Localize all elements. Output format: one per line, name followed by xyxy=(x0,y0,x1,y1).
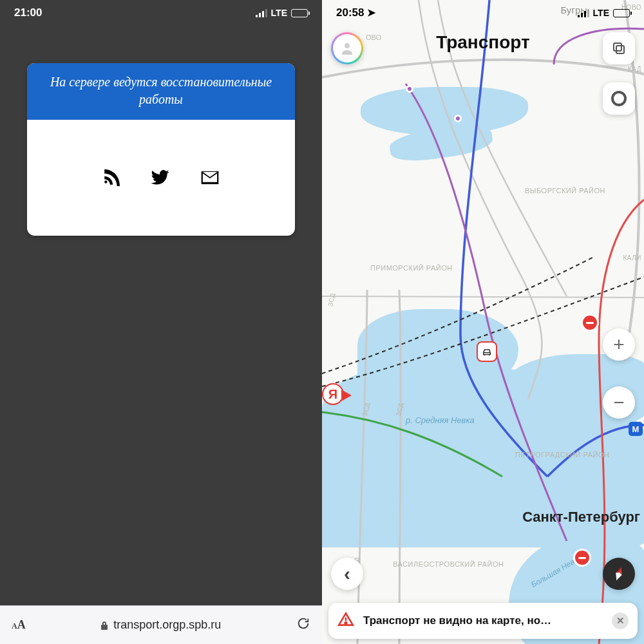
map-river-label: р. Средняя Невка xyxy=(406,415,475,425)
social-icons-row xyxy=(27,120,295,236)
map-district-label: ПЕТРОГРАДСКИЙ РАЙОН xyxy=(515,451,609,459)
metro-station-icon[interactable]: М xyxy=(629,422,643,436)
reload-button[interactable] xyxy=(296,616,310,634)
warning-icon xyxy=(337,611,354,631)
battery-icon xyxy=(291,9,308,17)
svg-point-8 xyxy=(345,622,347,624)
lock-icon xyxy=(100,621,108,630)
yandex-marker[interactable]: Я xyxy=(322,383,348,409)
compass-icon xyxy=(608,563,629,584)
search-mode-button[interactable] xyxy=(603,82,635,115)
layers-icon xyxy=(611,41,627,56)
url-text: transport.orgp.spb.ru xyxy=(113,618,221,632)
address-bar[interactable]: transport.orgp.spb.ru xyxy=(26,618,296,632)
twitter-icon[interactable] xyxy=(151,170,170,185)
location-icon: ➤ xyxy=(367,7,375,18)
compass-button[interactable] xyxy=(603,558,635,590)
zoom-in-button[interactable]: + xyxy=(603,328,635,361)
mail-icon[interactable] xyxy=(201,171,219,184)
text-size-button[interactable]: AA xyxy=(12,618,26,632)
profile-button[interactable] xyxy=(331,32,363,64)
status-bar: 20:58 ➤ LTE xyxy=(322,0,644,26)
metro-station-dot[interactable] xyxy=(406,85,413,93)
browser-screen: 21:00 LTE На сервере ведутся восстановит… xyxy=(0,0,322,644)
map-road-label: КАД xyxy=(628,66,641,73)
safari-toolbar: AA transport.orgp.spb.ru xyxy=(0,605,322,644)
signal-icon xyxy=(256,9,267,17)
map-city-label: Санкт-Петербург xyxy=(522,509,640,526)
close-banner-button[interactable]: ✕ xyxy=(612,612,629,629)
alert-banner[interactable]: Транспорт не видно на карте, но… ✕ xyxy=(328,603,638,639)
svg-point-0 xyxy=(345,43,350,48)
back-button[interactable]: ‹ xyxy=(331,558,363,590)
map-district-label: ВАСИЛЕОСТРОВСКИЙ РАЙОН xyxy=(393,560,504,568)
traffic-block-icon[interactable] xyxy=(581,314,599,332)
layers-button[interactable] xyxy=(603,32,635,64)
alert-text: Транспорт не видно на карте, но… xyxy=(363,614,603,627)
map-district-label: ПРИМОРСКИЙ РАЙОН xyxy=(370,264,453,272)
status-time: 21:00 xyxy=(14,6,42,19)
svg-rect-1 xyxy=(614,43,621,51)
map-app-screen: ОВО Бугры НОВО КАД ВЫБОРГСКИЙ РАЙОН КАЛИ… xyxy=(322,0,644,644)
battery-icon xyxy=(613,9,630,17)
person-icon xyxy=(339,41,355,56)
network-label: LTE xyxy=(593,8,609,18)
svg-rect-2 xyxy=(616,46,624,53)
status-indicators: LTE xyxy=(578,8,630,18)
zoom-out-button[interactable]: − xyxy=(603,386,635,419)
status-indicators: LTE xyxy=(256,8,308,18)
signal-icon xyxy=(578,9,589,17)
incident-icon[interactable] xyxy=(477,341,497,362)
map-district-label: ВЫБОРГСКИЙ РАЙОН xyxy=(525,187,605,194)
status-bar: 21:00 LTE xyxy=(0,0,322,26)
svg-point-3 xyxy=(612,92,625,105)
maintenance-card: На сервере ведутся восстановительные раб… xyxy=(27,63,295,236)
circle-icon xyxy=(611,90,627,107)
rss-icon[interactable] xyxy=(103,169,120,186)
metro-station-dot[interactable] xyxy=(454,115,462,122)
network-label: LTE xyxy=(271,8,287,18)
maintenance-banner: На сервере ведутся восстановительные раб… xyxy=(27,63,295,120)
app-title: Транспорт xyxy=(322,32,644,53)
map-area-label: КАЛИ xyxy=(623,254,641,261)
traffic-block-icon[interactable] xyxy=(573,549,591,567)
status-time: 20:58 ➤ xyxy=(336,6,375,19)
